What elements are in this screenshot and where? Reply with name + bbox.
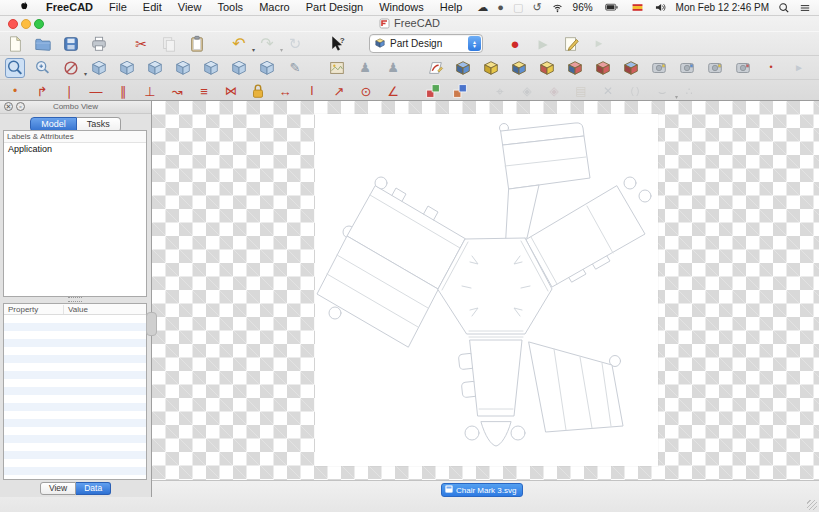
- create-sketch-icon[interactable]: [425, 58, 445, 78]
- view-bottom-icon[interactable]: [229, 58, 249, 78]
- macro-edit-icon[interactable]: [561, 34, 581, 54]
- view-left-icon[interactable]: [257, 58, 277, 78]
- svg-document-page[interactable]: [315, 114, 658, 466]
- volume-icon[interactable]: [654, 1, 667, 14]
- menu-help[interactable]: Help: [432, 0, 471, 15]
- tab-data[interactable]: Data: [76, 482, 111, 495]
- property-editor[interactable]: Property Value: [3, 303, 147, 480]
- map-sketch-icon[interactable]: [453, 58, 473, 78]
- cloud-icon[interactable]: ☁: [477, 2, 488, 13]
- fit-all-icon[interactable]: [5, 58, 25, 78]
- paste-icon[interactable]: [187, 34, 207, 54]
- create-point-icon[interactable]: •: [5, 81, 25, 101]
- select-conflicting-icon[interactable]: ◈: [544, 81, 564, 101]
- linear-pattern-icon[interactable]: [677, 58, 697, 78]
- inactive-icon[interactable]: ▢: [513, 2, 523, 13]
- dock-float-icon[interactable]: ▫: [16, 102, 25, 111]
- battery-percent[interactable]: 96%: [573, 2, 593, 13]
- fit-selection-icon[interactable]: [33, 58, 53, 78]
- macro-record-icon[interactable]: ●: [505, 34, 525, 54]
- measure-distance-icon[interactable]: ✎: [285, 58, 305, 78]
- dock-close-icon[interactable]: ✕: [4, 102, 13, 111]
- toggle-freeze-icon[interactable]: ►: [789, 58, 809, 78]
- workbench-select[interactable]: Part Design▲▼: [369, 34, 483, 53]
- constrain-tangent-icon[interactable]: ↝: [167, 81, 187, 101]
- keyboard-flag-icon[interactable]: [630, 2, 645, 13]
- sync-icon[interactable]: ●: [497, 2, 504, 13]
- subtractive-primitive-icon[interactable]: [621, 58, 641, 78]
- view-isometric-icon[interactable]: [89, 58, 109, 78]
- select-origin-icon[interactable]: ⌖: [490, 81, 510, 101]
- menu-edit[interactable]: Edit: [135, 0, 170, 15]
- whats-this-icon[interactable]: ?: [327, 34, 347, 54]
- extend-edge-icon[interactable]: ⌣▾: [652, 81, 672, 101]
- view-rear-icon[interactable]: [201, 58, 221, 78]
- datum-point-icon[interactable]: •: [761, 58, 781, 78]
- groove-icon[interactable]: [565, 58, 585, 78]
- menu-view[interactable]: View: [170, 0, 210, 15]
- cut-icon[interactable]: ✂: [131, 34, 151, 54]
- battery-icon[interactable]: [602, 1, 621, 14]
- refresh-icon[interactable]: ↻: [285, 34, 305, 54]
- notification-center-icon[interactable]: [799, 2, 811, 14]
- constrain-angle-icon[interactable]: ∠: [383, 81, 403, 101]
- constrain-parallel-icon[interactable]: ∥: [113, 81, 133, 101]
- constrain-vertical-icon[interactable]: ∣: [59, 81, 79, 101]
- copy-icon[interactable]: [159, 34, 179, 54]
- menu-part-design[interactable]: Part Design: [298, 0, 371, 15]
- constrain-symmetric-icon[interactable]: ⋈: [221, 81, 241, 101]
- view-top-icon[interactable]: [145, 58, 165, 78]
- new-document-icon[interactable]: [5, 34, 25, 54]
- multi-transform-icon[interactable]: [733, 58, 753, 78]
- macro-play-icon[interactable]: ▶: [533, 34, 553, 54]
- constrain-v-distance-icon[interactable]: I: [302, 81, 322, 101]
- menu-windows[interactable]: Windows: [371, 0, 432, 15]
- mdi-view-area[interactable]: [152, 100, 819, 481]
- clock[interactable]: Mon Feb 12 2:46 PM: [676, 2, 769, 13]
- view-front-icon[interactable]: [117, 58, 137, 78]
- dock-splitter[interactable]: [3, 296, 147, 302]
- view-right-icon[interactable]: [173, 58, 193, 78]
- toggle-driving-constraint-icon[interactable]: [423, 81, 443, 101]
- insert-knot-icon[interactable]: ∴: [679, 81, 699, 101]
- menu-freecad[interactable]: FreeCAD: [38, 0, 101, 15]
- mirrored-icon[interactable]: [649, 58, 669, 78]
- menu-macro[interactable]: Macro: [251, 0, 298, 15]
- constrain-radius-icon[interactable]: ⊙: [356, 81, 376, 101]
- constrain-perpendicular-icon[interactable]: ⊥: [140, 81, 160, 101]
- additive-primitive-icon[interactable]: [593, 58, 613, 78]
- constrain-horizontal-icon[interactable]: —: [86, 81, 106, 101]
- resize-grip-icon[interactable]: [807, 500, 817, 510]
- image-plane-icon[interactable]: [327, 58, 347, 78]
- tab-view[interactable]: View: [40, 482, 76, 495]
- print-icon[interactable]: [89, 34, 109, 54]
- select-elements-icon[interactable]: ▤: [571, 81, 591, 101]
- draw-style-icon[interactable]: ▾: [61, 58, 81, 78]
- pad-icon[interactable]: [481, 58, 501, 78]
- apple-menu[interactable]: [10, 0, 38, 16]
- document-tab[interactable]: Chair Mark 3.svg: [441, 483, 523, 497]
- revolution-icon[interactable]: [537, 58, 557, 78]
- model-tree[interactable]: Labels & Attributes Application: [3, 130, 147, 297]
- create-polyline-icon[interactable]: ↱: [32, 81, 52, 101]
- undo-icon[interactable]: ↶▾: [229, 34, 249, 54]
- save-icon[interactable]: [61, 34, 81, 54]
- polar-pattern-icon[interactable]: [705, 58, 725, 78]
- dock-resize-handle[interactable]: [146, 312, 157, 336]
- toggle-construction-icon[interactable]: [450, 81, 470, 101]
- clone-geometry-icon[interactable]: ( ): [625, 81, 645, 101]
- pocket-icon[interactable]: [509, 58, 529, 78]
- constrain-h-distance-icon[interactable]: ↔: [275, 81, 295, 101]
- constrain-lock-icon[interactable]: [248, 81, 268, 101]
- stereo-view-b-icon[interactable]: ♟: [383, 58, 403, 78]
- open-folder-icon[interactable]: [33, 34, 53, 54]
- stereo-view-a-icon[interactable]: ♟: [355, 58, 375, 78]
- redo-icon[interactable]: ↷▾: [257, 34, 277, 54]
- macro-step-icon[interactable]: ►: [589, 34, 609, 54]
- delete-geometry-icon[interactable]: ✕: [598, 81, 618, 101]
- spotlight-icon[interactable]: [778, 2, 790, 14]
- constrain-distance-icon[interactable]: ↗: [329, 81, 349, 101]
- wifi-icon[interactable]: [551, 1, 564, 14]
- select-constraints-icon[interactable]: ◈: [517, 81, 537, 101]
- menu-tools[interactable]: Tools: [209, 0, 251, 15]
